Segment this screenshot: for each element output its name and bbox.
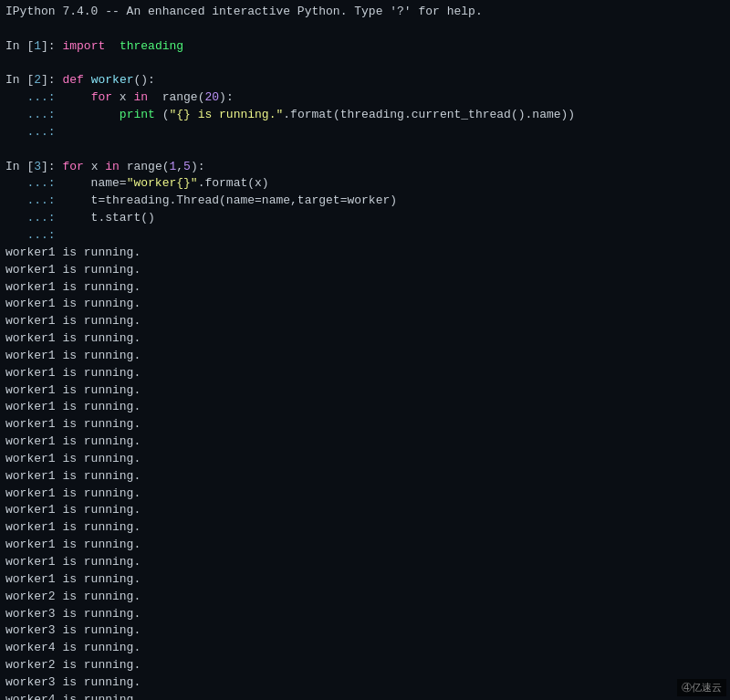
output-line-19: worker1 is running. (5, 554, 725, 571)
output-line-14: worker1 is running. (5, 468, 725, 486)
output-line-15: worker1 is running. (5, 486, 725, 503)
output-line-6: worker1 is running. (5, 330, 725, 348)
cell-3-line-1: In [3]: for x in range(1,5): (5, 159, 725, 176)
output-line-13: worker1 is running. (5, 451, 725, 468)
cell-3-line-4: ...: t.start() (5, 210, 725, 227)
output-line-21: worker2 is running. (5, 589, 725, 606)
cell-2-line-3: ...: print ("{} is running.".format(thre… (5, 107, 725, 124)
output-line-16: worker1 is running. (5, 502, 725, 519)
output-line-25: worker2 is running. (5, 657, 725, 674)
prompt-in-1: In [ (5, 39, 34, 53)
cell-3-line-3: ...: t=threading.Thread(name=name,target… (5, 193, 725, 210)
blank-line-1 (5, 56, 725, 73)
output-line-11: worker1 is running. (5, 416, 725, 434)
output-line-8: worker1 is running. (5, 365, 725, 382)
output-line-23: worker3 is running. (5, 622, 725, 640)
output-line-24: worker4 is running. (5, 640, 725, 657)
output-line-26: worker3 is running. (5, 674, 725, 692)
output-line-10: worker1 is running. (5, 399, 725, 416)
blank-line-0 (5, 21, 725, 38)
cell-1-line: In [1]: import threading (5, 38, 725, 56)
output-line-9: worker1 is running. (5, 382, 725, 400)
output-line-4: worker1 is running. (5, 296, 725, 313)
output-block: worker1 is running. worker1 is running. … (5, 245, 725, 700)
output-line-7: worker1 is running. (5, 348, 725, 365)
output-line-27: worker4 is running. (5, 692, 725, 700)
header-line: IPython 7.4.0 -- An enhanced interactive… (5, 4, 725, 21)
cell-3-line-5: ...: (5, 227, 725, 245)
prompt-number-1: 1 (34, 39, 41, 53)
watermark: ④亿速云 (677, 679, 726, 696)
output-line-20: worker1 is running. (5, 571, 725, 589)
cell-1-import: import threading (56, 39, 183, 53)
output-line-3: worker1 is running. (5, 279, 725, 297)
prompt-bracket-1: ]: (41, 39, 56, 53)
blank-line-2 (5, 141, 725, 159)
output-line-5: worker1 is running. (5, 313, 725, 330)
cell-2-line-2: ...: for x in range(20): (5, 89, 725, 107)
output-line-12: worker1 is running. (5, 434, 725, 451)
cell-2-line-4: ...: (5, 124, 725, 141)
output-line-22: worker3 is running. (5, 606, 725, 623)
output-line-17: worker1 is running. (5, 519, 725, 537)
cell-2-line-1: In [2]: def worker(): (5, 72, 725, 89)
cell-3-line-2: ...: name="worker{}".format(x) (5, 175, 725, 193)
output-line-2: worker1 is running. (5, 262, 725, 279)
output-line-18: worker1 is running. (5, 537, 725, 554)
terminal: IPython 7.4.0 -- An enhanced interactive… (0, 0, 730, 700)
output-line-1: worker1 is running. (5, 245, 725, 262)
